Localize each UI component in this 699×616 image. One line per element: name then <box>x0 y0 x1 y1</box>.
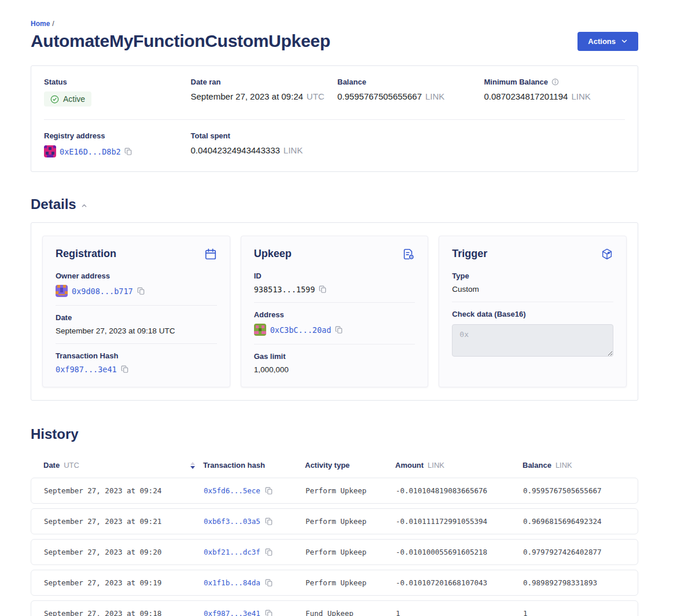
tx-hash-link[interactable]: 0xb6f3...03a5 <box>204 517 260 526</box>
row-activity: Perform Upkeep <box>306 517 396 526</box>
upkeep-summary-card: Status Active Date ran September 27, 202… <box>31 65 638 172</box>
table-row: September 27, 2023 at 09:19 0x1f1b...84d… <box>31 570 638 596</box>
row-date: September 27, 2023 at 09:24 <box>44 486 204 495</box>
date-ran-suffix: UTC <box>307 91 325 101</box>
page-container: Home/ AutomateMyFunctionCustomUpkeep Act… <box>31 0 638 616</box>
row-amount: -0.010107201668107043 <box>396 578 523 587</box>
registration-card: Registration Owner address 0x9d08...b717 <box>42 236 230 387</box>
upkeep-id-section: ID 938513...1599 <box>254 264 415 303</box>
row-hash: 0x5fd6...5ece <box>204 486 306 495</box>
column-amount-unit: LINK <box>428 461 444 470</box>
row-balance: 1 <box>523 609 625 616</box>
registration-date-value: September 27, 2023 at 09:18 UTC <box>56 327 175 335</box>
row-activity: Fund Upkeep <box>306 609 396 616</box>
total-spent-label: Total spent <box>191 131 332 140</box>
gas-limit-label: Gas limit <box>254 352 415 361</box>
date-ran-label: Date ran <box>191 78 332 86</box>
column-date[interactable]: Date UTC <box>43 461 203 470</box>
min-balance-field: Minimum Balance 0.0870234817201194 LINK <box>484 78 626 107</box>
copy-icon[interactable] <box>265 518 273 526</box>
gas-limit-value: 1,000,000 <box>254 365 289 374</box>
copy-icon[interactable] <box>265 487 273 495</box>
copy-icon[interactable] <box>265 610 273 616</box>
copy-icon[interactable] <box>319 285 327 294</box>
registry-address-field: Registry address 0xE16D...D8b2 <box>44 131 185 157</box>
copy-icon[interactable] <box>124 148 133 156</box>
tx-hash-link[interactable]: 0xbf21...dc3f <box>204 548 260 556</box>
transaction-hash-link[interactable]: 0xf987...3e41 <box>56 365 117 374</box>
info-icon[interactable] <box>551 78 559 86</box>
row-balance: 0.989892798331893 <box>523 578 625 587</box>
row-amount: -0.010100055691605218 <box>396 548 523 556</box>
row-activity: Perform Upkeep <box>306 486 396 495</box>
trigger-title: Trigger <box>452 248 487 260</box>
copy-icon[interactable] <box>265 548 273 556</box>
min-balance-label: Minimum Balance <box>484 78 549 86</box>
cube-icon <box>601 248 613 261</box>
tx-hash-link[interactable]: 0xf987...3e41 <box>204 609 260 616</box>
row-hash: 0x1f1b...84da <box>204 578 306 587</box>
min-balance-value: 0.0870234817201194 <box>484 91 568 101</box>
total-spent-unit: LINK <box>284 145 303 155</box>
transaction-hash-section: Transaction Hash 0xf987...3e41 <box>56 344 217 376</box>
status-value: Active <box>63 94 85 104</box>
details-panel: Registration Owner address 0x9d08...b717 <box>31 222 638 401</box>
upkeep-address-link[interactable]: 0xC3bC...20ad <box>270 325 332 335</box>
chevron-down-icon <box>621 38 628 45</box>
trigger-card: Trigger Type Custom Check data (Base16) <box>439 236 627 387</box>
history-table-body: September 27, 2023 at 09:24 0x5fd6...5ec… <box>31 478 638 616</box>
owner-address-link[interactable]: 0x9d08...b717 <box>72 287 133 296</box>
copy-icon[interactable] <box>121 365 129 373</box>
tx-hash-link[interactable]: 0x5fd6...5ece <box>204 486 260 495</box>
total-spent-value: 0.04042324943443333 <box>191 145 280 155</box>
details-heading-text: Details <box>31 196 76 212</box>
column-hash-label: Transaction hash <box>203 461 265 470</box>
column-balance: Balance LINK <box>523 461 626 470</box>
tx-hash-link[interactable]: 0x1f1b...84da <box>204 578 260 587</box>
row-hash: 0xb6f3...03a5 <box>204 517 306 526</box>
upkeep-address-section: Address 0xC3bC...20ad <box>254 303 415 344</box>
registry-identicon <box>44 145 56 157</box>
copy-icon[interactable] <box>265 579 273 587</box>
date-ran-value: September 27, 2023 at 09:24 <box>191 91 303 101</box>
row-activity: Perform Upkeep <box>306 578 396 587</box>
check-data-label: Check data (Base16) <box>452 310 613 318</box>
table-row: September 27, 2023 at 09:18 0xf987...3e4… <box>31 600 638 616</box>
trigger-type-label: Type <box>452 272 613 280</box>
sort-icon[interactable] <box>190 462 195 469</box>
upkeep-id-value: 938513...1599 <box>254 285 315 294</box>
upkeep-title: Upkeep <box>254 248 292 260</box>
registry-address-link[interactable]: 0xE16D...D8b2 <box>60 147 121 156</box>
row-balance: 0.9696815696492324 <box>523 517 625 526</box>
owner-identicon <box>56 285 68 297</box>
copy-icon[interactable] <box>137 287 145 295</box>
total-spent-field: Total spent 0.04042324943443333 LINK <box>191 131 332 157</box>
row-date: September 27, 2023 at 09:18 <box>44 609 204 616</box>
calendar-icon <box>204 248 217 261</box>
column-date-label: Date <box>43 461 60 470</box>
status-label: Status <box>44 78 185 86</box>
min-balance-unit: LINK <box>571 91 590 101</box>
breadcrumb-home-link[interactable]: Home <box>31 20 50 28</box>
check-data-input[interactable] <box>452 324 613 357</box>
actions-button[interactable]: Actions <box>577 32 638 51</box>
row-amount: -0.010104819083665676 <box>396 486 523 495</box>
history-heading: History <box>31 426 638 442</box>
row-hash: 0xbf21...dc3f <box>204 548 306 556</box>
history-table-header: Date UTC Transaction hash Activity type … <box>31 461 638 470</box>
column-balance-unit: LINK <box>555 461 572 470</box>
document-gear-icon <box>402 248 415 261</box>
copy-icon[interactable] <box>335 326 343 334</box>
table-row: September 27, 2023 at 09:24 0x5fd6...5ec… <box>31 478 638 504</box>
column-amount: Amount LINK <box>395 461 523 470</box>
transaction-hash-label: Transaction Hash <box>56 351 217 360</box>
column-activity-label: Activity type <box>305 461 350 470</box>
breadcrumb-separator: / <box>52 20 54 28</box>
registration-title: Registration <box>56 248 116 260</box>
balance-field: Balance 0.9595767505655667 LINK <box>337 78 479 107</box>
registration-date-label: Date <box>56 313 217 322</box>
row-amount: 1 <box>396 609 523 616</box>
row-balance: 0.9595767505655667 <box>523 486 625 495</box>
chevron-up-icon[interactable] <box>81 203 87 209</box>
trigger-type-section: Type Custom <box>452 264 613 302</box>
